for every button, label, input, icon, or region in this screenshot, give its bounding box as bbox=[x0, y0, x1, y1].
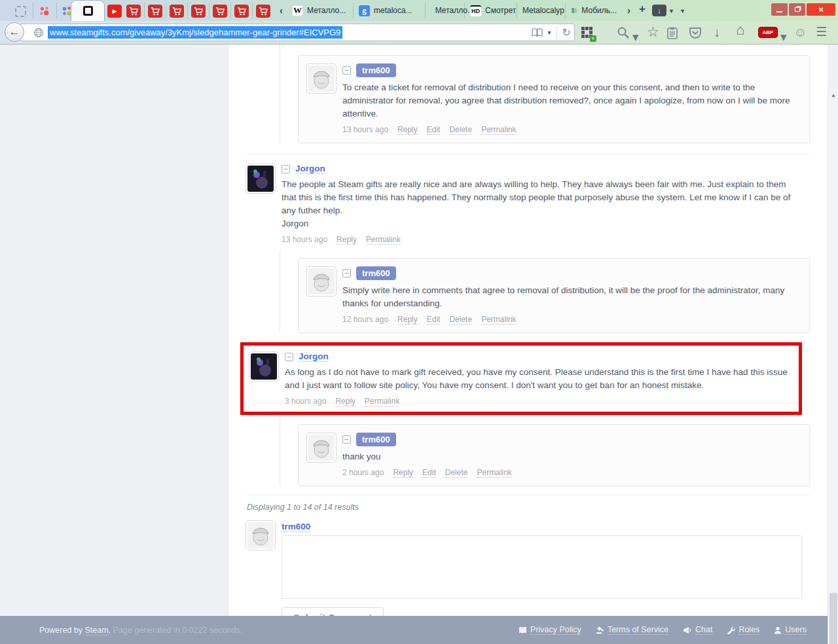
comment-textarea[interactable] bbox=[282, 535, 802, 599]
footer-link-label: Privacy Policy bbox=[530, 625, 581, 635]
abp-caret-icon[interactable]: ▾ bbox=[780, 31, 787, 44]
close-button[interactable]: × bbox=[807, 3, 835, 16]
adblock-plus-icon[interactable]: ABP bbox=[758, 27, 778, 38]
comment-form: trm600 bbox=[246, 520, 802, 601]
results-separator bbox=[247, 495, 810, 495]
pinned-tab-shop-2[interactable] bbox=[147, 3, 164, 19]
edit-link[interactable]: Edit bbox=[427, 125, 441, 135]
delete-link[interactable]: Delete bbox=[445, 468, 468, 478]
edit-link[interactable]: Edit bbox=[422, 468, 436, 478]
reply-link[interactable]: Reply bbox=[337, 235, 357, 245]
reply-link[interactable]: Reply bbox=[397, 315, 418, 325]
powered-prefix: Powered by bbox=[39, 626, 84, 635]
home-icon[interactable]: ⌂ bbox=[736, 24, 744, 37]
avatar[interactable] bbox=[246, 520, 276, 550]
scrollbar-thumb[interactable] bbox=[829, 593, 837, 644]
permalink-link[interactable]: Permalink bbox=[366, 235, 401, 245]
pinned-tab-shop-7[interactable] bbox=[255, 3, 272, 19]
permalink-link[interactable]: Permalink bbox=[481, 125, 516, 135]
thread-separator bbox=[247, 154, 810, 154]
url-bar[interactable]: www.steamgifts.com/giveaway/3yKmj/sledge… bbox=[20, 24, 575, 41]
delete-link[interactable]: Delete bbox=[449, 315, 472, 325]
pinned-tab-shop-4[interactable] bbox=[190, 3, 207, 19]
comment-text: To create a ticket for removal of distri… bbox=[342, 81, 801, 120]
collapse-icon[interactable]: − bbox=[282, 165, 290, 173]
url-text[interactable]: www.steamgifts.com/giveaway/3yKmj/sledge… bbox=[48, 26, 342, 39]
back-button[interactable]: ← bbox=[5, 22, 24, 42]
chat-link[interactable]: Chat bbox=[683, 625, 712, 635]
edit-link[interactable]: Edit bbox=[427, 315, 441, 325]
avatar[interactable] bbox=[246, 164, 276, 194]
comment-author[interactable]: trm600 bbox=[356, 266, 396, 280]
search-icon[interactable] bbox=[617, 26, 630, 42]
tab-metalocalyps[interactable]: Metalocalyps... bbox=[519, 1, 564, 20]
pocket-icon[interactable] bbox=[689, 27, 702, 42]
privacy-policy-link[interactable]: Privacy Policy bbox=[519, 625, 581, 635]
reader-mode-icon[interactable] bbox=[532, 28, 543, 37]
tab-smotret[interactable]: HD Смотрет... bbox=[466, 1, 516, 20]
downloads-panel-icon[interactable]: ↓ bbox=[652, 5, 666, 16]
scroll-up-icon[interactable]: ▴ bbox=[828, 89, 838, 101]
reply-link[interactable]: Reply bbox=[393, 468, 413, 478]
pinned-tab-shop-3[interactable] bbox=[168, 3, 185, 19]
qr-grid-icon[interactable]: + bbox=[581, 27, 594, 39]
avatar[interactable] bbox=[249, 351, 279, 382]
delete-link[interactable]: Delete bbox=[449, 125, 472, 135]
collapse-icon[interactable]: − bbox=[342, 435, 351, 444]
steam-link[interactable]: Steam bbox=[84, 626, 108, 635]
pinned-tab-shop-6[interactable] bbox=[233, 3, 250, 19]
collapse-icon[interactable]: − bbox=[342, 269, 351, 277]
collapse-icon[interactable]: − bbox=[285, 353, 293, 361]
users-link[interactable]: Users bbox=[774, 625, 807, 635]
downloads-icon[interactable]: ↓ bbox=[714, 26, 720, 39]
pinned-tab-shop-5[interactable] bbox=[211, 3, 228, 19]
tab-mobil[interactable]: Мобиль... bbox=[567, 1, 621, 20]
clipboard-icon[interactable] bbox=[666, 27, 678, 42]
footer-powered-by: Powered by Steam. Page generated in 0.02… bbox=[39, 626, 242, 635]
tab-scroll-right[interactable]: › bbox=[627, 5, 630, 16]
reply-link[interactable]: Reply bbox=[397, 125, 418, 135]
comment-author[interactable]: Jorgon bbox=[295, 164, 325, 174]
new-tab-button[interactable]: + bbox=[639, 3, 646, 16]
collapse-icon[interactable]: − bbox=[342, 66, 351, 75]
tab-list-caret-icon[interactable]: ▾ bbox=[681, 7, 684, 14]
avatar[interactable] bbox=[306, 266, 337, 296]
comment-signature: Jorgon bbox=[282, 217, 802, 230]
downloads-caret-icon[interactable]: ▾ bbox=[670, 7, 673, 14]
avatar[interactable] bbox=[306, 433, 337, 463]
pinned-tab-shop-1[interactable] bbox=[125, 3, 142, 19]
comment-nested: − trm600 thank you 2 hours ago Reply Edi… bbox=[298, 424, 810, 486]
cart-icon bbox=[191, 5, 206, 18]
reload-icon[interactable]: ↻ bbox=[562, 26, 571, 39]
menu-hamburger-icon[interactable]: ☰ bbox=[816, 26, 827, 39]
permalink-link[interactable]: Permalink bbox=[481, 315, 516, 325]
comment-thread-children: − trm600 thank you 2 hours ago Reply Edi… bbox=[280, 415, 810, 486]
comment-thread-children: − trm600 To create a ticket for removal … bbox=[280, 45, 810, 143]
permalink-link[interactable]: Permalink bbox=[477, 468, 511, 478]
url-dropdown-icon[interactable]: ▾ bbox=[548, 29, 551, 36]
comment-author[interactable]: trm600 bbox=[356, 63, 396, 77]
roles-link[interactable]: Roles bbox=[727, 625, 759, 635]
form-username[interactable]: trm600 bbox=[282, 522, 310, 532]
minimize-button[interactable] bbox=[771, 3, 788, 16]
scrollbar[interactable]: ▴ ▾ bbox=[828, 89, 838, 644]
highlight-annotation: − Jorgon As long as I do not have to mar… bbox=[240, 342, 802, 415]
tab-scroll-left[interactable]: ‹ bbox=[280, 5, 283, 16]
comment-author[interactable]: trm600 bbox=[356, 433, 396, 446]
reply-link[interactable]: Reply bbox=[335, 397, 355, 406]
comment-top-level: − Jorgon As long as I do not have to mar… bbox=[249, 351, 792, 406]
pinned-tab-dots-red[interactable] bbox=[36, 3, 53, 19]
terms-of-service-link[interactable]: Terms of Service bbox=[596, 625, 668, 635]
restore-button[interactable] bbox=[789, 3, 805, 16]
hd-icon: HD bbox=[470, 5, 481, 16]
pinned-tab-blank[interactable] bbox=[12, 3, 29, 19]
comment-author[interactable]: Jorgon bbox=[299, 351, 329, 362]
permalink-link[interactable]: Permalink bbox=[365, 397, 399, 406]
bookmark-star-icon[interactable]: ☆ bbox=[647, 26, 659, 39]
search-caret-icon[interactable]: ▾ bbox=[632, 31, 639, 44]
smiley-icon[interactable]: ☺ bbox=[793, 26, 807, 39]
avatar[interactable] bbox=[306, 63, 337, 94]
tab-steamgifts-active[interactable] bbox=[71, 0, 105, 21]
pinned-tab-youtube[interactable]: ▶ bbox=[106, 3, 123, 19]
tab-metallo-1[interactable]: W Металло... bbox=[288, 1, 352, 20]
